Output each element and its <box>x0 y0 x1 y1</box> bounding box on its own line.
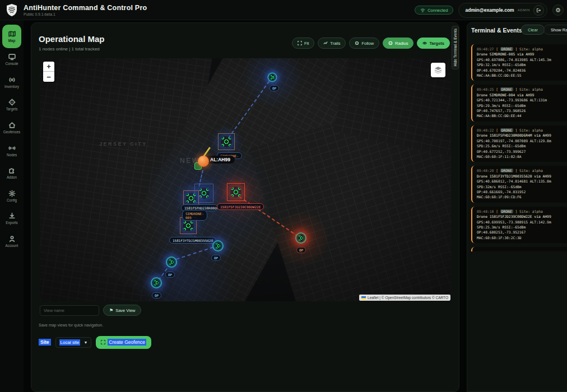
drone-trail-label: SIMDRONE-005 <box>182 210 207 221</box>
event-header-line: 09:48:27 [ DRONE ] Site: alpha <box>477 46 567 52</box>
follow-button[interactable]: Follow <box>349 38 379 49</box>
header-bar: AntiHunter Command & Control Pro Public … <box>0 0 567 20</box>
sidebar-item-account[interactable]: Account <box>0 230 24 253</box>
drone-marker-square[interactable] <box>183 190 199 206</box>
event-op-line: OP:40.670284,-74.024836 <box>477 68 567 73</box>
event-tag: DRONE <box>500 128 513 132</box>
show-raw-button[interactable]: Show Raw <box>543 25 567 35</box>
sidebar-item-geofences[interactable]: Geofences <box>0 116 24 139</box>
page-title: Operational Map <box>39 34 105 44</box>
site-label: Site <box>39 339 51 346</box>
drone-marker-circle[interactable] <box>151 277 162 288</box>
fit-button[interactable]: Fit <box>292 38 314 49</box>
event-gps-line: GPS:40.697886,-74.013985 ALT:145.3m <box>477 57 567 62</box>
map-zoom-control: + − <box>43 62 54 82</box>
radius-toggle-button[interactable]: Radius <box>383 38 413 49</box>
map-attribution[interactable]: Leaflet | © OpenStreetMap contributors ©… <box>359 295 450 301</box>
drone-icon <box>198 188 210 199</box>
settings-gear-button[interactable]: ⚙ <box>552 4 564 16</box>
sidebar-item-console[interactable]: Console <box>0 48 24 71</box>
event-tag: DRONE <box>500 87 513 91</box>
layers-icon <box>434 66 443 74</box>
event-mac-line: MAC:60:60:1F:11:82:8A <box>477 154 567 159</box>
site-select[interactable]: Local site ▼ <box>55 337 92 348</box>
hide-terminal-tab[interactable]: Hide Terminal & Events <box>452 26 459 69</box>
ukraine-flag-icon <box>361 296 366 299</box>
event-mac-line: MAC:AA:BB:CC:DD:EE:55 <box>477 73 567 78</box>
drone-id-label-alert: 1581F5FJD239C00DW22E <box>217 203 264 210</box>
op-badge-alert: OP <box>296 247 306 253</box>
event-list: 09:48:27 [ DRONE ] Site: alpha Drone SIM… <box>471 44 567 251</box>
drone-marker-circle[interactable] <box>268 73 277 82</box>
save-view-label: Save View <box>115 308 135 313</box>
drone-marker-square[interactable] <box>218 133 235 150</box>
event-drone-title: Drone 1581F5FJD239C00DW22E via AH99 <box>477 214 567 219</box>
sidebar-item-nodes[interactable]: Nodes <box>0 139 24 162</box>
map-layers-button[interactable] <box>431 63 445 77</box>
radius-label: Radius <box>395 41 408 46</box>
logout-button[interactable] <box>533 5 544 16</box>
hide-terminal-tab-label: Hide Terminal & Events <box>453 29 457 66</box>
fit-label: Fit <box>304 41 309 46</box>
event-tag: DRONE <box>500 209 513 213</box>
sidebar-item-inventory[interactable]: Inventory <box>0 71 24 94</box>
event-header-line: 09:48:18 [ DRONE ] Site: alpha <box>477 209 567 214</box>
save-view-button[interactable]: ⚑ Save View <box>103 305 141 316</box>
bracket-open: [ <box>496 47 498 51</box>
attribution-text[interactable]: Leaflet | © OpenStreetMap contributors ©… <box>368 296 448 300</box>
event-drone-title: Drone 1581F5FHD238R00D6R4M via AH99 <box>477 133 567 138</box>
download-icon <box>8 212 16 220</box>
target-icon <box>8 99 16 106</box>
sidebar-item-exports[interactable]: Exports <box>0 207 24 230</box>
drone-icon <box>230 186 241 198</box>
sidebar-item-targets[interactable]: Targets <box>0 94 24 116</box>
drone-icon <box>270 74 275 81</box>
wifi-icon <box>420 8 425 13</box>
event-tag: DRONE <box>500 169 513 172</box>
create-geofence-button[interactable]: Create Geofence <box>96 336 151 349</box>
drone-id-label: 1581F3YTDJ1M00355620 <box>169 237 216 244</box>
sidebar-item-addon[interactable]: Addon <box>0 162 24 185</box>
event-site: Site: alpha <box>519 209 543 213</box>
user-email: admin@example.com <box>465 7 514 13</box>
event-mac-line: MAC:60:60:1F:30:2C:3D <box>477 235 567 240</box>
event-header-line: 09:48:22 [ DRONE ] Site: alpha <box>477 128 567 133</box>
header-titles: AntiHunter Command & Control Pro Public … <box>24 4 147 16</box>
header-right: Connected admin@example.com ADMIN ⚙ <box>415 0 564 20</box>
drone-marker-circle-alert[interactable] <box>295 232 306 244</box>
event-header-line: 09:48:25 [ DRONE ] Site: alpha <box>477 87 567 92</box>
zoom-out-button[interactable]: − <box>43 72 54 82</box>
bracket-open: [ <box>496 128 498 132</box>
sidebar-item-label: Inventory <box>4 85 19 88</box>
bracket-open: [ <box>496 209 498 213</box>
targets-toggle-button[interactable]: Targets <box>417 38 450 49</box>
main-map-card: Operational Map 1 nodes online | 1 total… <box>31 22 459 392</box>
bracket-close: ] <box>515 87 518 91</box>
eye-icon <box>422 41 427 45</box>
bracket-close: ] <box>515 128 518 132</box>
geofence-row: Site Local site ▼ Create Geofence <box>39 335 151 349</box>
fit-corners-icon <box>298 41 302 45</box>
trails-button[interactable]: Trails <box>318 38 346 49</box>
event-drone-title: Drone 1581F3YTDJ1M00355620 via AH99 <box>477 174 567 179</box>
drone-marker-square[interactable] <box>227 183 245 201</box>
view-name-input[interactable] <box>40 305 99 316</box>
drone-marker-circle[interactable] <box>166 256 177 268</box>
antenna-broadcast-icon <box>8 144 16 152</box>
event-card: 09:48:18 [ DRONE ] Site: alpha Drone 158… <box>471 207 567 243</box>
trails-icon <box>323 41 328 45</box>
zoom-in-button[interactable]: + <box>43 62 54 72</box>
event-card: 09:48:25 [ DRONE ] Site: alpha Drone SIM… <box>471 85 567 121</box>
sidebar-nav: Map Console Inventory Targets Geofences … <box>0 20 24 392</box>
operational-map-canvas[interactable]: JERSEY CITY NEW YORK AL:AH99 SIMDRONE- 1… <box>40 58 451 301</box>
event-time: 09:48:20 <box>477 169 494 172</box>
node-alert-marker[interactable] <box>198 156 209 167</box>
drone-marker-circle[interactable] <box>212 240 224 251</box>
clear-button[interactable]: Clear <box>521 25 545 35</box>
sidebar-item-config[interactable]: Config <box>0 185 24 208</box>
person-icon <box>8 235 16 242</box>
event-tag: DRONE <box>500 47 513 51</box>
app-version: Public 0.9.1-beta.1 <box>24 12 147 16</box>
bookmark-flag-icon: ⚑ <box>109 308 113 313</box>
sidebar-item-map[interactable]: Map <box>2 25 21 48</box>
